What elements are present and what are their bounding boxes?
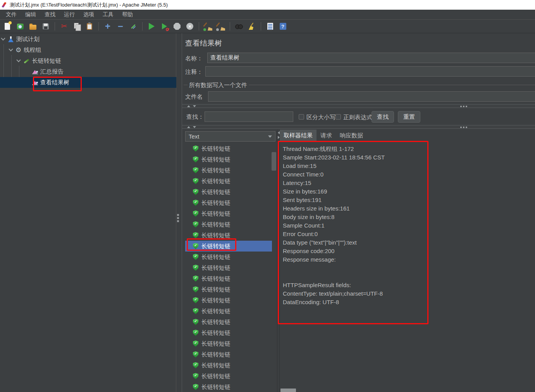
tree-splitter-grip[interactable]: [177, 214, 179, 216]
sampler-list-item[interactable]: 长链转短链: [185, 382, 272, 392]
save-button[interactable]: [41, 21, 51, 31]
tree-node-test-plan[interactable]: 测试计划: [0, 34, 176, 45]
sampler-list-item[interactable]: 长链转短链: [185, 349, 272, 360]
menu-search[interactable]: 查找: [40, 10, 60, 19]
splitter-collapse-arrows[interactable]: [187, 126, 196, 128]
filename-input[interactable]: [208, 91, 535, 102]
result-line: Sample Start:2023-02-11 18:54:56 CST: [283, 153, 426, 162]
chevron-down-icon[interactable]: [9, 47, 13, 51]
sampler-list-item[interactable]: 长链转短链: [185, 219, 272, 230]
menu-file[interactable]: 文件: [2, 10, 21, 19]
shield-icon: [193, 373, 198, 379]
menu-tools[interactable]: 工具: [98, 10, 118, 19]
paste-button[interactable]: [84, 21, 95, 31]
arrow-down-icon: [193, 105, 196, 107]
horizontal-splitter[interactable]: [182, 104, 535, 108]
tree-node-summary-report[interactable]: 汇总报告: [0, 66, 176, 77]
sampler-list-item[interactable]: 长链转短链: [185, 154, 272, 165]
start-no-timers-button[interactable]: [159, 21, 169, 31]
result-line: [283, 264, 426, 272]
sampler-list-item[interactable]: 长链转短链: [185, 371, 272, 382]
menu-help[interactable]: 帮助: [118, 10, 137, 19]
sampler-list-item[interactable]: 长链转短链: [185, 208, 272, 219]
sampler-list: 长链转短链长链转短链长链转短链长链转短链长链转短链长链转短链长链转短链长链转短链…: [182, 143, 277, 392]
case-sensitive-checkbox[interactable]: [299, 114, 304, 120]
sampler-list-item[interactable]: 长链转短链: [185, 252, 272, 262]
tree-node-thread-group[interactable]: ⚙ 线程组: [0, 45, 176, 55]
vertical-splitter[interactable]: [277, 130, 280, 392]
cut-button[interactable]: [59, 21, 69, 31]
function-helper-icon: [267, 23, 273, 30]
clear-all-button[interactable]: [216, 21, 226, 31]
result-line: Load time:15: [283, 162, 426, 170]
start-play-icon: [149, 23, 155, 30]
menu-run[interactable]: 运行: [60, 10, 79, 19]
shield-icon: [193, 243, 198, 249]
splitter-collapse-arrows[interactable]: [187, 105, 196, 107]
tree-node-view-results-tree[interactable]: 查看结果树: [0, 77, 176, 88]
reset-find-button[interactable]: 重置: [398, 111, 420, 123]
sampler-list-item-label: 长链转短链: [201, 264, 231, 272]
tab-sampler-result[interactable]: 取样器结果: [280, 130, 317, 142]
stop-button[interactable]: [172, 21, 182, 31]
sampler-list-item[interactable]: 长链转短链: [185, 262, 272, 273]
sampler-list-item-label: 长链转短链: [201, 275, 231, 282]
sampler-list-item[interactable]: 长链转短链: [185, 143, 272, 154]
menu-edit[interactable]: 编辑: [21, 10, 40, 19]
sampler-list-item[interactable]: 长链转短链: [185, 360, 272, 371]
view-results-tree-chart-icon: [32, 80, 38, 85]
list-vertical-scrollbar[interactable]: [272, 152, 276, 171]
clear-button[interactable]: [203, 21, 213, 31]
sampler-list-item[interactable]: 长链转短链: [185, 187, 272, 197]
search-input[interactable]: [205, 111, 293, 122]
open-file-button[interactable]: [28, 21, 38, 31]
search-button-toolbar[interactable]: [234, 21, 244, 31]
tab-response-data[interactable]: 响应数据: [336, 130, 367, 142]
remove-element-button[interactable]: [115, 21, 126, 31]
regex-checkbox[interactable]: [335, 114, 341, 120]
sampler-list-item[interactable]: 长链转短链: [185, 273, 272, 284]
tab-request[interactable]: 请求: [317, 130, 336, 142]
sampler-list-item[interactable]: 长链转短链: [185, 306, 272, 317]
search-reset-button-toolbar[interactable]: [247, 21, 257, 31]
menu-bar: 文件 编辑 查找 运行 选项 工具 帮助: [0, 10, 535, 20]
shutdown-button[interactable]: [185, 21, 195, 31]
new-file-button[interactable]: [2, 21, 12, 31]
chevron-down-icon[interactable]: [16, 58, 21, 62]
reset-button-toolbar[interactable]: [128, 21, 138, 31]
sampler-result-text[interactable]: Thread Name:线程组 1-172Sample Start:2023-0…: [283, 145, 426, 306]
shield-icon: [193, 146, 198, 152]
sampler-list-item[interactable]: 长链转短链: [185, 317, 272, 327]
sampler-list-item[interactable]: 长链转短链: [185, 165, 272, 176]
sampler-list-item[interactable]: 长链转短链: [185, 338, 272, 349]
tree-node-sampler[interactable]: 长链转短链: [0, 55, 176, 66]
result-horizontal-scrollbar[interactable]: [280, 389, 296, 392]
find-button[interactable]: 查找: [372, 111, 394, 123]
result-line: Response code:200: [283, 247, 426, 255]
result-line: Headers size in bytes:161: [283, 204, 426, 213]
result-line: Sent bytes:191: [283, 196, 426, 204]
sampler-list-item[interactable]: 长链转短链: [185, 327, 272, 338]
comment-input[interactable]: [205, 66, 535, 77]
name-input[interactable]: [207, 53, 535, 63]
chevron-down-icon[interactable]: [1, 36, 5, 40]
sampler-list-item[interactable]: 长链转短链: [185, 241, 272, 252]
menu-options[interactable]: 选项: [79, 10, 98, 19]
sampler-list-item[interactable]: 长链转短链: [185, 295, 272, 306]
templates-button[interactable]: [15, 21, 25, 31]
sampler-list-item[interactable]: 长链转短链: [185, 284, 272, 295]
renderer-dropdown[interactable]: Text: [185, 131, 275, 142]
sampler-list-item[interactable]: 长链转短链: [185, 176, 272, 187]
copy-button[interactable]: [72, 21, 82, 31]
start-button[interactable]: [146, 21, 157, 31]
add-element-button[interactable]: [103, 21, 113, 31]
help-button[interactable]: [278, 21, 288, 31]
result-tabs: 取样器结果 请求 响应数据: [280, 130, 535, 142]
sampler-list-item[interactable]: 长链转短链: [185, 197, 272, 208]
function-helper-button[interactable]: [265, 21, 275, 31]
copy-icon: [74, 23, 79, 29]
search-reset-broom-icon: [248, 22, 256, 30]
horizontal-splitter[interactable]: [182, 125, 535, 129]
sampler-list-item[interactable]: 长链转短链: [185, 230, 272, 241]
result-line: Response message:: [283, 255, 426, 264]
